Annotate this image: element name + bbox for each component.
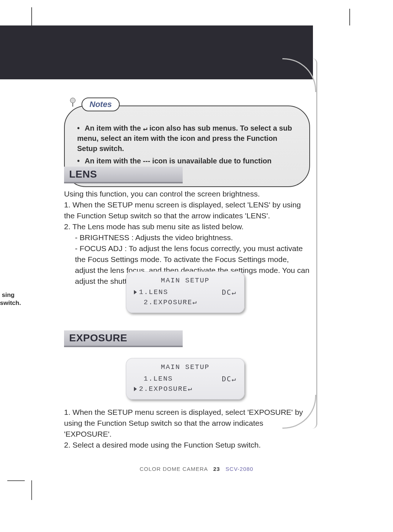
return-icon: ↵ xyxy=(143,124,147,132)
notes-label: Notes xyxy=(82,98,120,111)
osd-left: 1.LENS xyxy=(139,288,168,296)
crop-mark xyxy=(31,7,32,25)
top-dark-band xyxy=(0,25,313,79)
osd-title: MAIN SETUP xyxy=(132,277,238,285)
footer-left: COLOR DOME CAMERA xyxy=(140,466,208,472)
crop-mark xyxy=(31,480,32,500)
fragment-line: sing xyxy=(0,291,15,299)
pin-icon xyxy=(68,97,79,107)
page-footer: COLOR DOME CAMERA 23 SCV-2080 xyxy=(0,466,393,472)
osd-row: 1.LENS DC↵ xyxy=(132,374,238,384)
osd-right: DC↵ xyxy=(222,375,237,383)
heading-text: LENS xyxy=(69,168,97,180)
footer-model: SCV-2080 xyxy=(226,466,253,472)
lens-step: 2. The Lens mode has sub menu site as li… xyxy=(64,221,310,232)
svg-point-0 xyxy=(70,98,75,103)
exposure-step: 1. When the SETUP menu screen is display… xyxy=(64,407,310,440)
notes-item: • An item with the ↵ icon also has sub m… xyxy=(77,123,299,154)
osd-left: 2.EXPOSURE↵ xyxy=(144,298,197,306)
crop-mark xyxy=(7,480,25,481)
exposure-body: 1. When the SETUP menu screen is display… xyxy=(64,407,310,450)
osd-row: 1.LENS DC↵ xyxy=(132,287,238,297)
osd-left: 2.EXPOSURE↵ xyxy=(139,385,192,393)
osd-left: 1.LENS xyxy=(144,375,173,383)
osd-row: 2.EXPOSURE↵ xyxy=(132,297,238,307)
page: Notes • An item with the ↵ icon also has… xyxy=(0,0,393,532)
osd-right: DC↵ xyxy=(222,288,237,296)
cursor-icon xyxy=(134,290,137,294)
heading-text: EXPOSURE xyxy=(69,332,127,344)
lens-intro: Using this function, you can control the… xyxy=(64,188,310,199)
osd-title: MAIN SETUP xyxy=(132,363,238,371)
panel-right-edge xyxy=(312,58,317,429)
lens-subitem: - BRIGHTNESS : Adjusts the video brightn… xyxy=(64,232,310,243)
cursor-icon xyxy=(134,387,137,391)
page-number: 23 xyxy=(213,466,220,472)
lens-step: 1. When the SETUP menu screen is display… xyxy=(64,199,310,221)
crop-mark xyxy=(349,9,350,25)
exposure-step: 2. Select a desired mode using the Funct… xyxy=(64,440,310,450)
fragment-line: switch. xyxy=(0,299,15,307)
section-heading-exposure: EXPOSURE xyxy=(64,330,183,347)
section-heading-lens: LENS xyxy=(64,167,183,183)
left-page-fragment: sing switch. xyxy=(0,291,15,307)
osd-row: 2.EXPOSURE↵ xyxy=(132,384,238,394)
osd-screen-lens: MAIN SETUP 1.LENS DC↵ 2.EXPOSURE↵ xyxy=(126,271,245,313)
osd-screen-exposure: MAIN SETUP 1.LENS DC↵ 2.EXPOSURE↵ xyxy=(126,358,245,400)
note-text: An item with the xyxy=(85,124,143,132)
